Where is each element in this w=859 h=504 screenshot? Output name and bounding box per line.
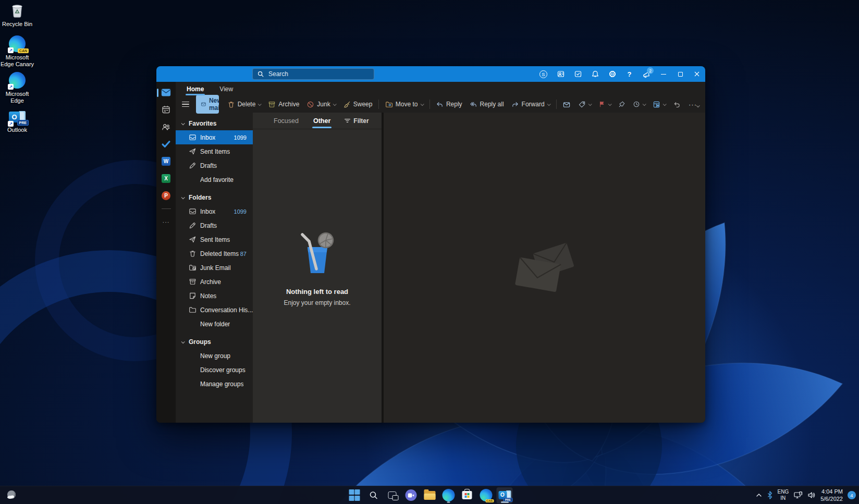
folder-item-archive[interactable]: Archive xyxy=(176,275,253,289)
move-to-button[interactable]: Move to xyxy=(382,99,427,110)
folder-item-inbox[interactable]: Inbox 1099 xyxy=(176,204,253,218)
edge-taskbar-button[interactable] xyxy=(440,487,457,503)
hidden-icons-button[interactable] xyxy=(756,493,762,497)
feedback-button[interactable]: 2 xyxy=(638,66,655,82)
language-indicator[interactable]: ENGIN xyxy=(778,489,789,502)
add-favorite-button[interactable]: Add favorite xyxy=(176,173,253,187)
folder-item-notes[interactable]: Notes xyxy=(176,289,253,303)
reply-all-icon xyxy=(470,101,477,108)
people-module-button[interactable] xyxy=(161,121,172,132)
delete-button[interactable]: Delete xyxy=(224,99,265,110)
folder-item-sent-favorite[interactable]: Sent Items xyxy=(176,144,253,158)
junk-button[interactable]: Junk xyxy=(303,99,339,110)
word-app-button[interactable]: W xyxy=(161,156,172,166)
folder-item-drafts-favorite[interactable]: Drafts xyxy=(176,158,253,173)
reply-all-button[interactable]: Reply all xyxy=(466,99,508,110)
flag-button[interactable] xyxy=(595,99,615,110)
todo-module-button[interactable] xyxy=(161,139,172,149)
folder-item-inbox-favorite[interactable]: Inbox 1099 xyxy=(176,130,253,144)
file-explorer-button[interactable] xyxy=(422,487,438,503)
trash-icon xyxy=(188,250,197,257)
more-apps-button[interactable]: ··· xyxy=(161,217,172,227)
notification-count-badge[interactable]: 4 xyxy=(848,491,856,499)
empty-reading-envelopes-illustration xyxy=(511,239,579,297)
categorize-button[interactable] xyxy=(574,99,595,110)
running-indicator xyxy=(447,501,450,503)
chat-button[interactable] xyxy=(403,487,419,503)
window-titlebar[interactable]: S xyxy=(156,66,705,82)
outlook-icon: O PRE xyxy=(498,490,511,501)
edge-canary-taskbar-button[interactable]: CAN xyxy=(478,487,494,503)
store-icon xyxy=(462,491,472,499)
folder-item-junk[interactable]: Junk Email xyxy=(176,261,253,275)
desktop-icon-edge-canary[interactable]: ↗ CAN Microsoft Edge Canary xyxy=(0,34,34,68)
new-mail-icon xyxy=(201,101,206,107)
my-day-button[interactable] xyxy=(569,66,586,82)
bluetooth-button[interactable] xyxy=(767,491,773,499)
excel-app-button[interactable]: X xyxy=(161,173,172,183)
minimize-button[interactable] xyxy=(655,66,672,82)
tab-other[interactable]: Other xyxy=(312,114,332,128)
search-box[interactable] xyxy=(252,68,374,80)
desktop-icon-edge[interactable]: ↗ Microsoft Edge xyxy=(0,71,34,104)
edge-canary-icon: CAN xyxy=(480,489,492,501)
folder-item-drafts[interactable]: Drafts xyxy=(176,218,253,232)
snooze-button[interactable] xyxy=(629,99,649,110)
undo-button[interactable] xyxy=(669,99,684,110)
folder-item-deleted[interactable]: Deleted Items 87 xyxy=(176,247,253,261)
folder-item-sent[interactable]: Sent Items xyxy=(176,232,253,247)
edge-canary-icon: ↗ CAN xyxy=(9,34,26,52)
desktop-icon-outlook[interactable]: O ↗ PRE Outlook xyxy=(0,107,34,133)
chevron-down-icon xyxy=(643,102,646,106)
search-input[interactable] xyxy=(268,70,370,78)
sweep-icon xyxy=(343,101,351,108)
section-folders[interactable]: Folders xyxy=(176,191,253,204)
start-button[interactable] xyxy=(347,487,363,503)
skype-button[interactable]: S xyxy=(535,66,552,82)
section-favorites[interactable]: Favorites xyxy=(176,117,253,130)
mail-module-button[interactable] xyxy=(161,87,172,97)
outlook-taskbar-button[interactable]: O PRE xyxy=(497,487,513,503)
tab-view[interactable]: View xyxy=(218,83,234,95)
chevron-up-icon xyxy=(756,493,762,497)
help-button[interactable]: ? xyxy=(621,66,638,82)
desktop-icon-recycle-bin[interactable]: Recycle Bin xyxy=(0,1,34,28)
powerpoint-app-button[interactable]: P xyxy=(161,190,172,201)
chevron-down-icon xyxy=(181,340,185,343)
new-mail-button[interactable]: New mail xyxy=(196,95,219,114)
rules-button[interactable] xyxy=(649,99,669,110)
ribbon-collapse-button[interactable] xyxy=(696,100,699,109)
settings-button[interactable] xyxy=(604,66,621,82)
filter-icon xyxy=(344,117,351,124)
bell-icon xyxy=(591,70,599,78)
sweep-button[interactable]: Sweep xyxy=(339,99,376,110)
section-groups[interactable]: Groups xyxy=(176,335,253,349)
maximize-button[interactable] xyxy=(672,66,689,82)
volume-button[interactable] xyxy=(807,491,816,499)
task-view-button[interactable] xyxy=(384,487,400,503)
calendar-module-button[interactable] xyxy=(161,104,172,115)
new-group-button[interactable]: New group xyxy=(176,349,253,363)
teams-button[interactable] xyxy=(552,66,569,82)
widgets-weather-button[interactable] xyxy=(5,489,18,501)
taskbar-search-button[interactable] xyxy=(365,487,382,503)
archive-button[interactable]: Archive xyxy=(264,99,303,110)
folder-item-conversation-history[interactable]: Conversation His... xyxy=(176,303,253,317)
folder-pane-toggle-button[interactable] xyxy=(181,102,193,107)
store-button[interactable] xyxy=(459,487,475,503)
close-button[interactable] xyxy=(689,66,705,82)
pin-button[interactable] xyxy=(615,99,629,110)
new-folder-button[interactable]: New folder xyxy=(176,317,253,331)
manage-groups-button[interactable]: Manage groups xyxy=(176,377,253,391)
discover-groups-button[interactable]: Discover groups xyxy=(176,363,253,377)
reply-button[interactable]: Reply xyxy=(432,99,466,110)
filter-button[interactable]: Filter xyxy=(344,117,369,125)
date: 5/6/2022 xyxy=(820,495,843,502)
notifications-button[interactable] xyxy=(586,66,604,82)
tab-focused[interactable]: Focused xyxy=(273,114,300,128)
clock-date[interactable]: 4:04 PM 5/6/2022 xyxy=(820,488,843,503)
network-button[interactable] xyxy=(793,491,803,499)
tab-home[interactable]: Home xyxy=(186,83,205,95)
read-unread-button[interactable] xyxy=(559,99,574,110)
forward-button[interactable]: Forward xyxy=(508,99,554,110)
